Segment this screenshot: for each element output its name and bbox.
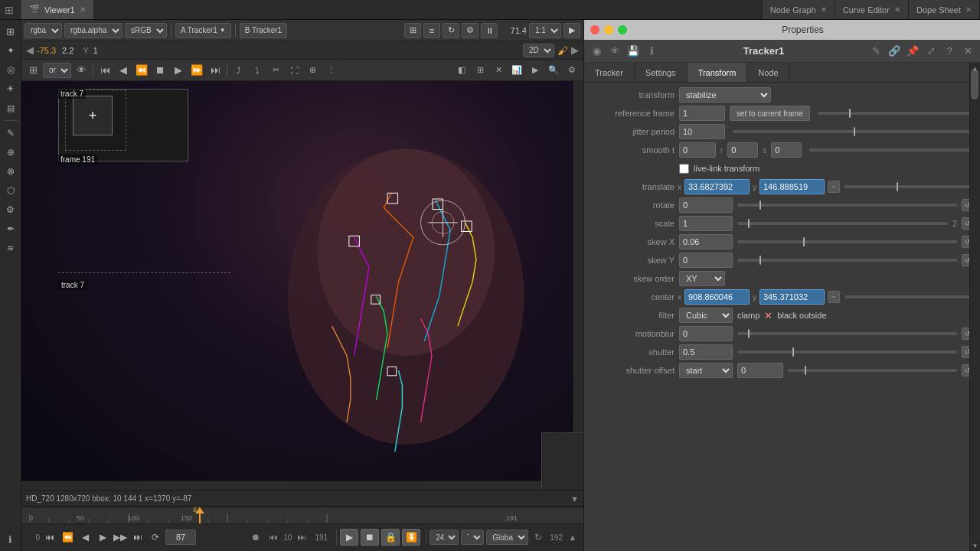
tl-first-btn[interactable]: ⏮	[42, 529, 57, 546]
input-b-btn[interactable]: B Tracker1	[240, 23, 287, 38]
tl-play-btn[interactable]: ▶	[95, 529, 110, 546]
props-cache-btn[interactable]: 💾	[626, 44, 641, 59]
translate-y-input[interactable]	[760, 179, 825, 194]
props-help-btn[interactable]: ?	[942, 44, 957, 59]
traffic-light-green[interactable]	[618, 25, 627, 34]
props-scrollbar[interactable]: ▲ ▼	[969, 63, 980, 551]
timeline-ruler[interactable]: 0 50 100 150 191	[21, 507, 583, 524]
props-edit-btn[interactable]: ✎	[868, 44, 884, 59]
tab-transform[interactable]: Transform	[688, 63, 748, 82]
viewer-scrollbar-bottom[interactable]	[21, 481, 541, 490]
tl-ba2-btn[interactable]: ⏭	[294, 529, 309, 546]
smooth-t-input[interactable]	[679, 142, 716, 158]
crop-btn[interactable]: ⛶	[286, 62, 302, 79]
props-info-btn[interactable]: ℹ	[644, 44, 659, 59]
pause-btn[interactable]: ⏸	[481, 23, 498, 38]
tab-settings[interactable]: Settings	[635, 63, 688, 82]
scope-select[interactable]: Global	[486, 530, 528, 545]
scroll-down-btn[interactable]: ▼	[970, 540, 980, 551]
play-fwd2-btn[interactable]: ⏩	[188, 62, 205, 79]
dim-mode-select[interactable]: 2D	[523, 44, 554, 57]
node-btn[interactable]: ⋮	[322, 62, 339, 79]
sidebar-icon-3d[interactable]: ⬡	[2, 182, 19, 199]
out-btn[interactable]: ⤵	[249, 62, 266, 79]
filter-select[interactable]: TF	[461, 530, 484, 545]
grid-view-btn[interactable]: ⊞	[472, 62, 488, 79]
settings-btn[interactable]: ⚙	[462, 23, 479, 38]
more-btn[interactable]: ▶	[571, 44, 579, 56]
zoom-ratio-select[interactable]: 1:1	[529, 23, 561, 38]
op-select[interactable]: or	[43, 63, 71, 78]
tl-expand-btn[interactable]: ▲	[565, 529, 580, 546]
prev-frame-btn[interactable]: ◀	[115, 62, 132, 79]
play-back-btn[interactable]: ⏪	[133, 62, 150, 79]
paint-btn[interactable]: 🖌	[557, 44, 568, 57]
viewer-scrollbar-right[interactable]	[573, 81, 583, 432]
viewer-tool1[interactable]: ⊞	[24, 62, 41, 79]
colorspace-select[interactable]: sRGB	[125, 23, 167, 38]
tl-stop2-btn[interactable]: ⏹	[361, 529, 379, 546]
stop-btn[interactable]: ⏹	[152, 62, 168, 79]
tl-fwd-btn[interactable]: ▶▶	[113, 529, 128, 546]
shutter-offset-select[interactable]: start	[679, 363, 733, 378]
scale-input[interactable]	[679, 216, 733, 231]
sidebar-icon-transform[interactable]: ⊗	[2, 163, 19, 180]
traffic-light-yellow[interactable]	[604, 25, 613, 34]
live-link-checkbox[interactable]	[679, 164, 689, 174]
tl-last-btn[interactable]: ⏭	[130, 529, 145, 546]
rotate-input[interactable]	[679, 197, 733, 213]
skewx-input[interactable]	[679, 234, 733, 249]
set-to-frame-btn[interactable]: set to current frame	[730, 106, 810, 121]
sidebar-icon-draw[interactable]: ✒	[2, 220, 19, 237]
tl-lock-btn[interactable]: 🔒	[381, 529, 400, 546]
center-x-input[interactable]	[684, 289, 750, 305]
in-btn[interactable]: ⤴	[230, 62, 247, 79]
jitter-input[interactable]	[679, 124, 725, 139]
input-a-btn[interactable]: A Tracker1 ▼	[175, 23, 231, 38]
sidebar-icon-palette[interactable]: ☀	[2, 80, 19, 97]
tl-more-btn[interactable]: ⏬	[402, 529, 420, 546]
sidebar-icon-warp[interactable]: ≋	[2, 240, 19, 256]
props-view-btn[interactable]: 👁	[607, 44, 622, 59]
viewer-tab-close[interactable]: ✕	[80, 5, 86, 14]
play2-btn[interactable]: ▶	[527, 62, 544, 79]
sidebar-icon-info[interactable]: ℹ	[2, 531, 19, 548]
last-frame-btn[interactable]: ⏭	[207, 62, 224, 79]
skew-order-select[interactable]: XY	[679, 271, 725, 286]
scroll-up-btn[interactable]: ▲	[970, 63, 980, 73]
channel-select[interactable]: rgba	[24, 23, 62, 38]
refresh2-btn[interactable]: ↻	[531, 530, 546, 545]
settings2-btn[interactable]: ⚙	[564, 62, 580, 79]
traffic-light-red[interactable]	[590, 25, 599, 34]
sidebar-icon-edit[interactable]: ✎	[2, 125, 19, 142]
smooth-r-input[interactable]	[727, 142, 758, 158]
tl-back-btn[interactable]: ◀	[77, 529, 93, 546]
ref-frame-input[interactable]	[679, 106, 725, 121]
tab-dope-sheet[interactable]: Dope Sheet ✕	[909, 0, 980, 19]
shutter-input[interactable]	[679, 344, 733, 360]
skewy-input[interactable]	[679, 253, 733, 268]
sidebar-icon-layers[interactable]: ▤	[2, 99, 19, 116]
sidebar-icon-viewer[interactable]: ⊞	[2, 23, 19, 40]
alpha-select[interactable]: rgba.alpha	[64, 23, 122, 38]
tab-node[interactable]: Node	[747, 63, 789, 82]
props-disabled-btn[interactable]: ◉	[589, 44, 604, 59]
fps-select[interactable]: 24*	[430, 530, 459, 545]
tab-viewer[interactable]: 🎬 Viewer1 ✕	[21, 0, 94, 19]
x-btn[interactable]: ✕	[490, 62, 507, 79]
smooth-s-input[interactable]	[771, 142, 802, 158]
first-frame-btn[interactable]: ⏮	[96, 62, 113, 79]
hist-btn[interactable]: 📊	[508, 62, 525, 79]
compare-btn[interactable]: ⊞	[404, 23, 421, 38]
translate-x-input[interactable]	[684, 179, 750, 194]
props-link-btn[interactable]: 🔗	[887, 44, 902, 59]
sidebar-icon-star[interactable]: ✦	[2, 42, 19, 59]
tl-play2-btn[interactable]: ▶	[340, 529, 358, 546]
sidebar-icon-merge[interactable]: ⊕	[2, 144, 19, 161]
filter-select-props[interactable]: Cubic	[679, 308, 733, 323]
expand-btn[interactable]: ▶	[564, 23, 580, 38]
lut-btn[interactable]: ◧	[453, 62, 470, 79]
frame-display[interactable]: 87	[165, 530, 196, 545]
dope-sheet-tab-close[interactable]: ✕	[965, 5, 972, 14]
props-snap-btn[interactable]: 📌	[905, 44, 920, 59]
